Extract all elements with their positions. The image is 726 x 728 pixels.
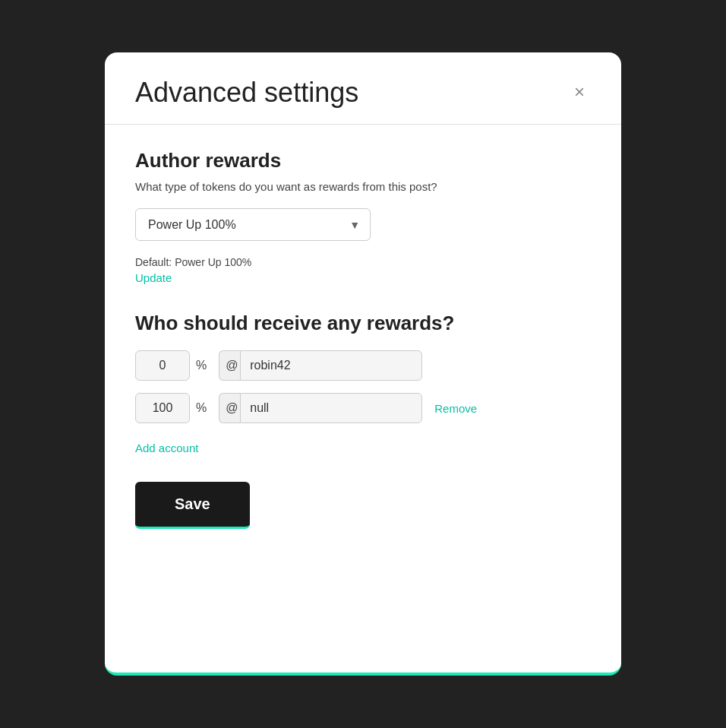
percent-input-1[interactable] [135, 350, 190, 381]
modal-header: Advanced settings × [105, 52, 621, 124]
modal-title: Advanced settings [135, 77, 358, 109]
percent-label-1: % [196, 359, 207, 372]
modal-container: Advanced settings × Author rewards What … [105, 52, 621, 676]
username-group-2: @ [219, 393, 422, 423]
page-background: Advanced settings × Author rewards What … [0, 0, 726, 728]
author-rewards-section: Author rewards What type of tokens do yo… [135, 149, 591, 312]
modal-body: Author rewards What type of tokens do yo… [105, 125, 621, 559]
percent-label-2: % [196, 401, 207, 415]
username-input-2[interactable] [240, 393, 422, 423]
default-text: Default: Power Up 100% [135, 256, 591, 268]
username-input-1[interactable] [240, 350, 422, 381]
beneficiaries-title: Who should receive any rewards? [135, 312, 591, 335]
beneficiary-row-2: % @ Remove [135, 393, 591, 423]
reward-type-select[interactable]: Power Up 100% 50% HBD / 50% HP Decline P… [135, 208, 371, 241]
author-rewards-description: What type of tokens do you want as rewar… [135, 180, 591, 193]
add-account-link[interactable]: Add account [135, 442, 198, 454]
remove-link-2[interactable]: Remove [434, 402, 477, 415]
beneficiaries-section: Who should receive any rewards? % @ % @ [135, 312, 591, 482]
update-link[interactable]: Update [135, 271, 172, 284]
at-symbol-2: @ [219, 393, 240, 423]
author-rewards-title: Author rewards [135, 149, 591, 173]
save-button[interactable]: Save [135, 482, 250, 529]
close-button[interactable]: × [568, 80, 591, 104]
reward-type-dropdown-wrapper: Power Up 100% 50% HBD / 50% HP Decline P… [135, 208, 371, 241]
username-group-1: @ [219, 350, 422, 381]
footer-section: Save [135, 482, 591, 529]
beneficiary-row-1: % @ [135, 350, 591, 381]
at-symbol-1: @ [219, 350, 240, 381]
percent-input-2[interactable] [135, 393, 190, 423]
